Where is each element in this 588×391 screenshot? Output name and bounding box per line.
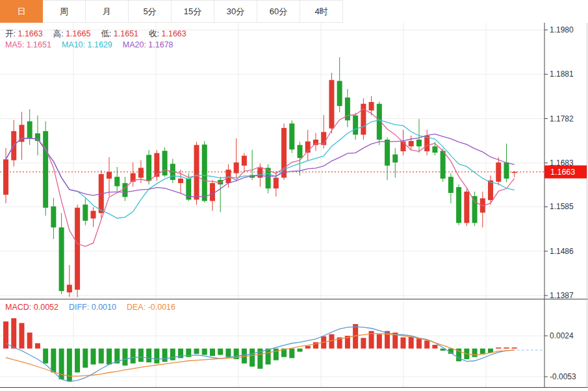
svg-text:1.1387: 1.1387 bbox=[550, 291, 574, 300]
macd-histogram bbox=[3, 318, 517, 381]
tab-week[interactable]: 周 bbox=[43, 0, 86, 23]
candles-layer bbox=[3, 57, 517, 297]
ohlc-readout: 开: 1.1663高: 1.1665低: 1.1651收: 1.1663 bbox=[5, 29, 197, 40]
tab-60min[interactable]: 60分 bbox=[257, 0, 300, 23]
svg-text:1.1881: 1.1881 bbox=[550, 69, 574, 79]
tab-month[interactable]: 月 bbox=[86, 0, 129, 23]
tab-day[interactable]: 日 bbox=[0, 0, 43, 23]
svg-text:0.0024: 0.0024 bbox=[550, 331, 574, 340]
kline-chart-app: 1.19801.18811.17821.16831.15851.14861.13… bbox=[0, 0, 588, 391]
svg-text:1.1486: 1.1486 bbox=[550, 247, 574, 256]
open-readout: 开: 1.1663 bbox=[5, 29, 43, 38]
svg-text:-0.0053: -0.0053 bbox=[550, 372, 576, 381]
tab-5min[interactable]: 5分 bbox=[129, 0, 172, 23]
high-readout: 高: 1.1665 bbox=[53, 29, 91, 38]
timeframe-tabs: 日周月5分15分30分60分4时 bbox=[0, 0, 343, 23]
ma10-readout: MA10: 1.1629 bbox=[62, 40, 112, 49]
svg-text:1.1782: 1.1782 bbox=[550, 114, 574, 123]
svg-text:1.1585: 1.1585 bbox=[550, 202, 574, 211]
close-readout: 收: 1.1663 bbox=[149, 29, 186, 38]
svg-text:1.1980: 1.1980 bbox=[550, 25, 574, 34]
macd-readout: MACD: 0.0052 bbox=[5, 303, 58, 312]
tab-15min[interactable]: 15分 bbox=[172, 0, 214, 23]
dea-readout: DEA: -0.0016 bbox=[127, 303, 175, 312]
price-axis: 1.19801.18811.17821.16831.15851.14861.13… bbox=[544, 25, 576, 381]
macd-readout: MACD: 0.0052DIFF: 0.0010DEA: -0.0016 bbox=[5, 303, 186, 312]
diff-readout: DIFF: 0.0010 bbox=[69, 303, 116, 312]
panel-frame bbox=[0, 23, 588, 388]
ma-readout: MA5: 1.1651MA10: 1.1629MA20: 1.1678 bbox=[5, 40, 184, 49]
gridlines bbox=[0, 23, 544, 388]
tab-30min[interactable]: 30分 bbox=[214, 0, 257, 23]
tab-4hour[interactable]: 4时 bbox=[300, 0, 343, 23]
ma20-readout: MA20: 1.1678 bbox=[123, 40, 173, 49]
low-readout: 低: 1.1651 bbox=[101, 29, 138, 38]
candlestick-chart[interactable]: 1.19801.18811.17821.16831.15851.14861.13… bbox=[0, 0, 588, 391]
ma5-readout: MA5: 1.1651 bbox=[5, 40, 51, 49]
current-price-badge-text: 1.1663 bbox=[550, 168, 575, 177]
